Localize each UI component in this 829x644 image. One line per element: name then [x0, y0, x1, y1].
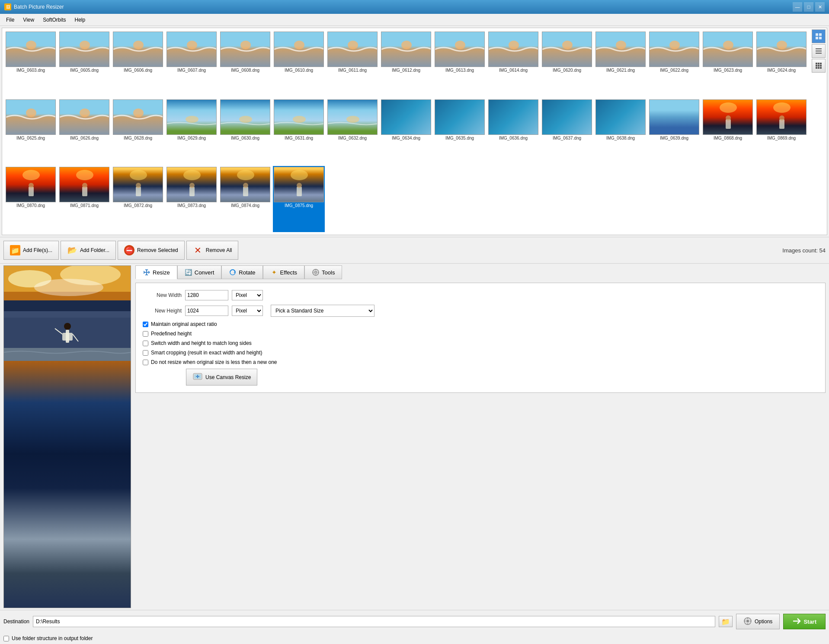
remove-all-button[interactable]: ✕ Remove All [186, 241, 239, 260]
switch-dimensions-checkbox[interactable] [143, 341, 148, 346]
switch-dimensions-label[interactable]: Switch width and height to match long si… [151, 340, 252, 346]
destination-input[interactable] [33, 616, 715, 627]
predefined-height-row: Predefined height [143, 331, 818, 337]
list-item[interactable]: IMG_0611.dng [326, 31, 378, 97]
list-item[interactable]: IMG_0634.dng [380, 99, 432, 165]
list-item[interactable]: IMG_0622.dng [648, 31, 700, 97]
add-folder-button[interactable]: 📂 Add Folder... [61, 241, 116, 260]
view-large-button[interactable] [812, 29, 826, 43]
predefined-height-checkbox[interactable] [143, 331, 148, 337]
tab-convert[interactable]: 🔄 Convert [177, 265, 222, 279]
svg-rect-41 [243, 187, 248, 196]
new-width-input[interactable] [185, 290, 228, 300]
height-unit-select[interactable]: Pixel Percent [232, 306, 263, 316]
svg-point-11 [616, 41, 626, 49]
list-item[interactable]: IMG_0870.dng [5, 166, 57, 232]
svg-point-15 [26, 108, 36, 117]
list-item[interactable]: IMG_0614.dng [487, 31, 539, 97]
svg-rect-82 [820, 67, 822, 69]
list-item[interactable]: IMG_0621.dng [595, 31, 647, 97]
view-list-button[interactable] [812, 44, 826, 58]
settings-content: New Width Pixel Percent New Height Pixel… [135, 283, 826, 393]
effects-tab-icon: ✦ [270, 268, 278, 276]
list-item[interactable]: IMG_0625.dng [5, 99, 57, 165]
maintain-aspect-checkbox[interactable] [143, 322, 148, 327]
maximize-button[interactable]: □ [804, 2, 813, 12]
predefined-height-label[interactable]: Predefined height [151, 331, 192, 337]
list-item[interactable]: IMG_0612.dng [380, 31, 432, 97]
rotate-tab-label: Rotate [239, 269, 255, 276]
list-item[interactable]: IMG_0629.dng [166, 99, 218, 165]
menu-view[interactable]: View [19, 15, 38, 25]
svg-rect-67 [816, 33, 818, 36]
smart-crop-checkbox[interactable] [143, 350, 148, 356]
view-grid-button[interactable] [812, 59, 826, 73]
no-resize-small-checkbox[interactable] [143, 360, 148, 365]
remove-selected-icon: ⛔ [124, 245, 134, 255]
no-resize-small-label[interactable]: Do not resize when original size is less… [151, 359, 277, 365]
destination-browse-button[interactable]: 📁 [719, 616, 733, 627]
list-item[interactable]: IMG_0639.dng [648, 99, 700, 165]
list-item[interactable]: IMG_0610.dng [273, 31, 325, 97]
list-item[interactable]: IMG_0624.dng [755, 31, 807, 97]
remove-selected-button[interactable]: ⛔ Remove Selected [118, 241, 185, 260]
list-item[interactable]: IMG_0607.dng [166, 31, 218, 97]
list-item[interactable]: IMG_0608.dng [219, 31, 271, 97]
svg-rect-78 [818, 65, 819, 67]
tab-effects[interactable]: ✦ Effects [263, 265, 305, 279]
canvas-resize-button[interactable]: Use Canvas Resize [186, 369, 257, 386]
list-item[interactable]: IMG_0874.dng [219, 166, 271, 232]
preview-image [4, 266, 131, 608]
list-item[interactable]: IMG_0603.dng [5, 31, 57, 97]
list-item[interactable]: IMG_0620.dng [541, 31, 593, 97]
list-item[interactable]: IMG_0626.dng [58, 99, 110, 165]
list-item[interactable]: IMG_0613.dng [434, 31, 486, 97]
list-item[interactable]: IMG_0875.dng [273, 166, 325, 232]
list-item[interactable]: IMG_0868.dng [702, 99, 754, 165]
list-item[interactable]: IMG_0628.dng [112, 99, 164, 165]
options-button[interactable]: Options [736, 614, 780, 629]
svg-point-13 [723, 41, 733, 49]
title-bar: 🖼 Batch Picture Resizer — □ ✕ [0, 0, 829, 14]
maintain-aspect-label[interactable]: Maintain original aspect ratio [151, 321, 217, 327]
options-label: Options [755, 618, 772, 625]
new-height-row: New Height Pixel Percent Pick a Standard… [143, 305, 818, 317]
smart-crop-label[interactable]: Smart cropping (result in exact width an… [151, 350, 262, 356]
list-item[interactable]: IMG_0606.dng [112, 31, 164, 97]
menu-help[interactable]: Help [70, 15, 90, 25]
list-item[interactable]: IMG_0630.dng [219, 99, 271, 165]
list-item[interactable]: IMG_0869.dng [755, 99, 807, 165]
standard-size-select[interactable]: Pick a Standard Size 640×480 800×600 102… [271, 305, 374, 317]
tab-resize[interactable]: Resize [135, 265, 177, 279]
list-item[interactable]: IMG_0623.dng [702, 31, 754, 97]
list-item[interactable]: IMG_0871.dng [58, 166, 110, 232]
folder-structure-label[interactable]: Use folder structure in output folder [12, 635, 93, 641]
list-item[interactable]: IMG_0873.dng [166, 166, 218, 232]
close-button[interactable]: ✕ [815, 2, 825, 12]
minimize-button[interactable]: — [793, 2, 802, 12]
add-files-button[interactable]: 📁 Add File(s)... [3, 241, 59, 260]
menu-file[interactable]: File [2, 15, 19, 25]
svg-point-30 [29, 183, 34, 188]
folder-structure-checkbox[interactable] [3, 636, 9, 641]
list-item[interactable]: IMG_0637.dng [541, 99, 593, 165]
image-grid: IMG_0603.dng IMG_0605.dng IMG_0606.dng I… [2, 28, 827, 235]
list-item[interactable]: IMG_0605.dng [58, 31, 110, 97]
list-item[interactable]: IMG_0632.dng [326, 99, 378, 165]
start-button[interactable]: Start [783, 614, 826, 629]
list-item[interactable]: IMG_0631.dng [273, 99, 325, 165]
effects-tab-label: Effects [280, 269, 298, 276]
switch-dimensions-row: Switch width and height to match long si… [143, 340, 818, 346]
new-height-input[interactable] [185, 306, 228, 316]
svg-rect-76 [820, 63, 822, 64]
list-item[interactable]: IMG_0872.dng [112, 166, 164, 232]
list-item[interactable]: IMG_0638.dng [595, 99, 647, 165]
tools-tab-icon [312, 268, 320, 276]
new-width-label: New Width [143, 292, 182, 298]
tab-rotate[interactable]: Rotate [221, 265, 262, 279]
tab-tools[interactable]: Tools [304, 265, 342, 279]
list-item[interactable]: IMG_0636.dng [487, 99, 539, 165]
width-unit-select[interactable]: Pixel Percent [232, 290, 263, 300]
list-item[interactable]: IMG_0635.dng [434, 99, 486, 165]
menu-softorbits[interactable]: SoftOrbits [38, 15, 70, 25]
